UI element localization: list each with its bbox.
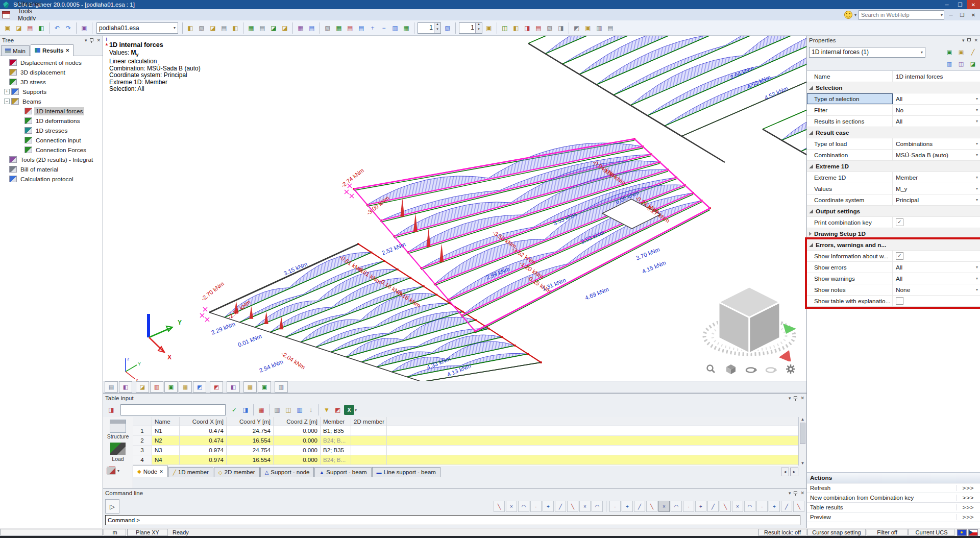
solid-icon[interactable]: ◧ [119, 381, 132, 393]
print-icon[interactable]: ▦ [246, 23, 256, 33]
active-file-combo[interactable]: podlaha01.esa▾ [96, 22, 178, 34]
loads-display-icon[interactable]: ▥ [150, 381, 163, 393]
status-ucs[interactable]: Current UCS [909, 529, 954, 536]
table-cell[interactable]: B24; B... [321, 436, 351, 446]
new-file-icon[interactable]: ▣ [3, 23, 13, 33]
zoom-tool-icon[interactable] [704, 362, 718, 376]
rail-load[interactable]: Load [103, 443, 133, 462]
child-close-button[interactable]: ✕ [969, 12, 978, 18]
tree-item-displacement-of-nodes[interactable]: Displacement of nodes [0, 58, 103, 67]
prop-label[interactable]: Filter [807, 105, 893, 115]
calculation-icon[interactable]: ◫ [500, 23, 510, 33]
snap-trace-icon[interactable]: × [579, 501, 591, 512]
prop-label[interactable]: Show errors [807, 262, 893, 273]
prop-value[interactable] [893, 296, 980, 306]
dropdown-caret-icon[interactable]: ▾ [976, 175, 978, 180]
action-new-combination-from-combination-key[interactable]: New combination from Combination key>>> [807, 493, 980, 503]
prop-group-selection[interactable]: Selection [807, 82, 980, 93]
tree-item-connection-input[interactable]: Connection input [0, 135, 103, 145]
zoom-in-icon[interactable]: + [368, 23, 378, 33]
prop-label[interactable]: Type of load [807, 138, 893, 149]
render-icon[interactable]: ▤ [533, 23, 544, 33]
group-expander-icon[interactable] [809, 86, 813, 90]
open-file-icon[interactable]: ◪ [14, 23, 24, 33]
prop-label[interactable]: Values [807, 183, 893, 194]
table-tab-node[interactable]: ◆Node✕ [133, 466, 168, 477]
mesh-icon[interactable]: ◧ [511, 23, 521, 33]
prop-checkbox[interactable] [896, 297, 903, 305]
cmd-close-icon[interactable]: ✕ [800, 491, 804, 496]
select-cursor-button[interactable]: ▷ [105, 499, 119, 513]
table-cell[interactable]: 24.754 [227, 446, 274, 455]
snap-endpoint-icon[interactable]: ╲ [494, 501, 505, 512]
tree-item-supports[interactable]: +Supports [0, 87, 103, 96]
zoom-window-icon[interactable]: ▥ [390, 23, 400, 33]
save-all-icon[interactable]: ◧ [36, 23, 46, 33]
edit-pencil-icon[interactable]: ╱ [968, 47, 977, 57]
member-view-icon[interactable]: ▧ [545, 23, 555, 33]
tabs-scroll-left-icon[interactable]: ◂ [781, 468, 789, 476]
confirm-icon[interactable]: ✓ [229, 405, 239, 415]
prop-label[interactable]: Name [807, 71, 893, 82]
brush-icon[interactable]: ▥ [945, 59, 954, 68]
filter-flash-icon[interactable]: ▣ [957, 47, 966, 57]
table-cell[interactable]: 3 [133, 446, 152, 455]
table-cell[interactable]: 0.000 [274, 426, 321, 436]
navigation-cube[interactable] [702, 276, 799, 376]
zoom-out-icon[interactable]: − [379, 23, 389, 33]
prop-value[interactable]: ✓ [893, 217, 980, 228]
view-z-icon[interactable]: ▤ [345, 23, 355, 33]
scale-icon[interactable]: ▧ [443, 23, 453, 33]
table-add-icon[interactable]: ◨ [240, 405, 251, 415]
zoom1-spinner[interactable]: 1▲▼ [418, 22, 441, 34]
table-cell[interactable]: 24.754 [227, 426, 274, 436]
dropdown-caret-icon[interactable]: ▾ [976, 119, 978, 124]
action-more-button[interactable]: >>> [956, 495, 980, 501]
snap-mid-icon[interactable]: ╱ [634, 501, 645, 512]
structure-type-caret-icon[interactable]: ▾ [117, 469, 119, 473]
tree-item-calculation-protocol[interactable]: Calculation protocol [0, 174, 103, 184]
snap-node-icon[interactable]: + [543, 501, 554, 512]
tab-main[interactable]: Main [1, 45, 30, 56]
properties-pin-icon[interactable] [967, 38, 971, 43]
prop-row-coordinate-system[interactable]: Coordinate systemPrincipal▾ [807, 194, 980, 206]
prop-value[interactable]: Combinations▾ [893, 138, 980, 149]
clipping-icon[interactable]: ▤ [605, 23, 616, 33]
prop-value[interactable]: None▾ [893, 284, 980, 295]
prop-group-output-settings[interactable]: Output settings [807, 206, 980, 217]
prop-group-errors-warnings-and-n[interactable]: Errors, warnings and n... [807, 239, 980, 251]
close-button[interactable]: ✕ [967, 0, 980, 9]
snap-rot-icon[interactable]: ╲ [720, 501, 731, 512]
table-delete-icon[interactable]: ▦ [256, 405, 266, 415]
axo-view-icon[interactable]: ▤ [356, 23, 366, 33]
snap-ortho-icon[interactable]: ◠ [671, 501, 682, 512]
table-cell[interactable]: 0.000 [274, 446, 321, 455]
table-cell[interactable] [351, 426, 387, 436]
table-cell[interactable]: 16.554 [227, 436, 274, 446]
table-filter-input[interactable] [120, 404, 226, 415]
text-dot-icon[interactable]: ▦ [179, 381, 192, 393]
redo-icon[interactable]: ↷ [63, 23, 74, 33]
table-pin-icon[interactable] [794, 396, 797, 401]
tree-item-1d-stresses[interactable]: 1D stresses [0, 126, 103, 135]
prop-value[interactable]: All▾ [893, 262, 980, 273]
rotate-view-icon[interactable] [744, 362, 757, 376]
table-tab-support-beam[interactable]: ▲Support - beam [314, 467, 371, 477]
child-minimize-button[interactable]: ─ [946, 12, 955, 18]
snap-par-icon[interactable]: ╱ [707, 501, 719, 512]
snap-perp-icon[interactable]: × [658, 501, 670, 512]
target-link-icon[interactable]: ▤ [219, 23, 229, 33]
prop-group-extreme-1d[interactable]: Extreme 1D [807, 161, 980, 172]
prop-value[interactable]: 1D internal forces [893, 71, 980, 82]
column-header[interactable]: Coord X [m] [180, 417, 227, 426]
dropdown-caret-icon[interactable]: ▾ [976, 198, 978, 202]
view-x-icon[interactable]: ▧ [323, 23, 333, 33]
table-cell[interactable] [351, 455, 387, 465]
snap-arc-icon[interactable]: ◠ [518, 501, 529, 512]
table-composer-icon[interactable]: ◪ [208, 23, 218, 33]
prop-label[interactable]: Show warnings [807, 273, 893, 284]
snap-edge-icon[interactable]: ╱ [555, 501, 566, 512]
undo-icon[interactable]: ↶ [52, 23, 62, 33]
prop-label[interactable]: Show notes [807, 284, 893, 295]
filter-funnel-icon[interactable]: ▼ [322, 405, 332, 415]
